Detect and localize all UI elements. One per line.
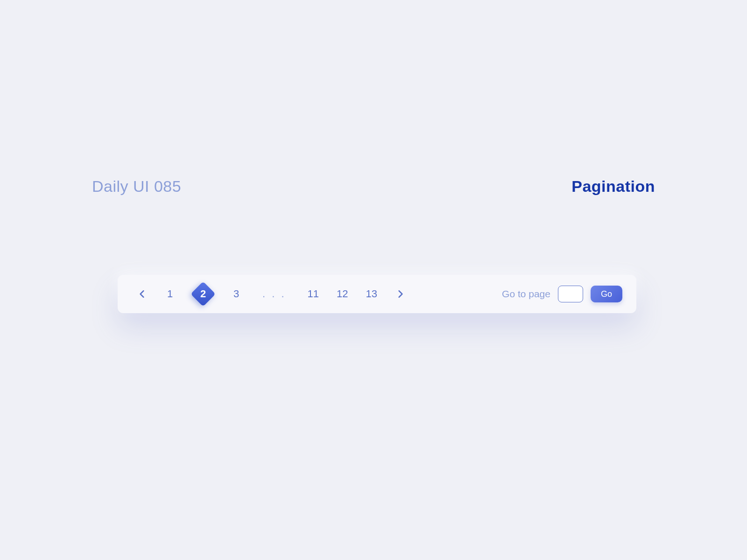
page-button-1[interactable]: 1 [165,288,175,300]
page-button-13[interactable]: 13 [366,288,377,300]
active-page-label: 2 [200,288,206,300]
page-button-12[interactable]: 12 [337,288,348,300]
goto-page-input[interactable] [558,286,583,302]
chevron-right-icon [398,290,403,298]
prev-page-button[interactable] [136,288,148,300]
chevron-left-icon [139,290,145,298]
go-button[interactable]: Go [591,286,622,302]
goto-section: Go to page Go [502,286,622,302]
header-left-title: Daily UI 085 [92,177,181,196]
goto-page-label: Go to page [502,288,550,300]
pagination-bar: 1 2 3 . . . 11 12 13 [118,275,636,313]
header-right-title: Pagination [571,177,655,196]
next-page-button[interactable] [395,288,406,300]
header-row: Daily UI 085 Pagination [92,177,655,196]
page-button-11[interactable]: 11 [308,288,319,300]
page-button-3[interactable]: 3 [232,288,241,300]
pagination-ellipsis: . . . [259,288,290,300]
pages-section: 1 2 3 . . . 11 12 13 [136,283,406,305]
page-button-2-active[interactable]: 2 [192,283,214,305]
